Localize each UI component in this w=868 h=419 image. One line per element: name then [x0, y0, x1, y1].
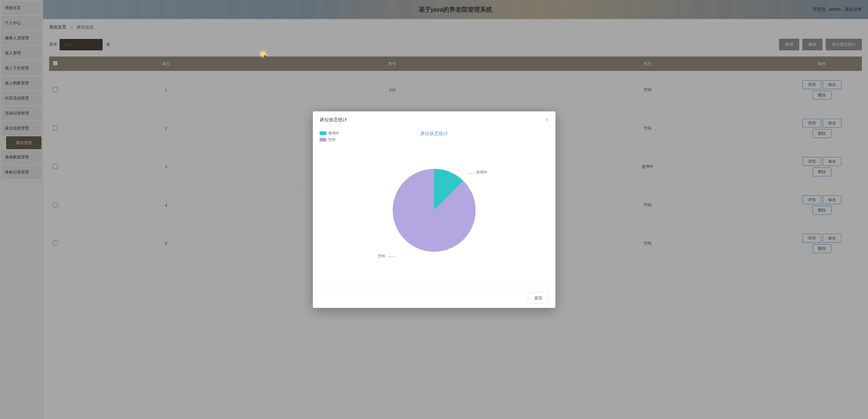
label-line-used	[467, 173, 475, 174]
back-button[interactable]: 返回	[528, 293, 549, 303]
label-line-idle	[387, 257, 396, 257]
legend-item-used[interactable]: 使用中	[320, 131, 339, 136]
slice-label-used: 使用中	[476, 170, 487, 175]
stat-modal: 床位状态统计 × 使用中 空闲 床位状态统计 使用中 空闲 返回	[313, 111, 555, 308]
pie-slice[interactable]	[393, 169, 475, 252]
legend-swatch-used	[320, 131, 327, 135]
pie-svg	[393, 169, 475, 252]
chart-title: 床位状态统计	[320, 131, 549, 137]
pie-chart: 使用中 空闲	[320, 137, 549, 284]
slice-label-idle: 空闲	[378, 254, 385, 259]
modal-title: 床位状态统计	[320, 117, 347, 123]
legend-label-used: 使用中	[328, 131, 339, 136]
close-icon[interactable]: ×	[545, 117, 549, 123]
